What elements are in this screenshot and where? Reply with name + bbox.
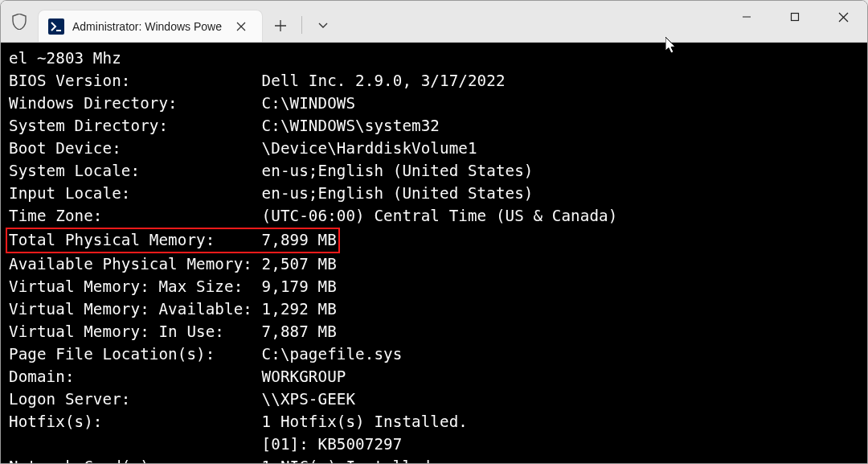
highlighted-row: Total Physical Memory: 7,899 MB <box>6 228 340 253</box>
terminal-line: Time Zone: (UTC-06:00) Central Time (US … <box>9 205 859 228</box>
tab-powershell[interactable]: Administrator: Windows Powe <box>38 10 263 42</box>
terminal-line: System Directory: C:\WINDOWS\system32 <box>9 115 859 138</box>
terminal-line: Virtual Memory: Available: 1,292 MB <box>9 298 859 321</box>
shield-icon <box>1 1 38 42</box>
terminal-line: Domain: WORKGROUP <box>9 366 859 388</box>
terminal-line: Virtual Memory: In Use: 7,887 MB <box>9 321 859 343</box>
terminal-line: Windows Directory: C:\WINDOWS <box>9 92 859 115</box>
maximize-button[interactable] <box>771 1 819 33</box>
minimize-button[interactable] <box>723 1 771 33</box>
tab-close-button[interactable] <box>230 15 252 38</box>
terminal-line: Logon Server: \\XPS-GEEK <box>9 388 859 411</box>
tab-title: Administrator: Windows Powe <box>72 20 222 33</box>
terminal-line: Virtual Memory: Max Size: 9,179 MB <box>9 276 859 298</box>
tab-divider <box>301 16 302 34</box>
terminal-line: el ~2803 Mhz <box>9 47 859 70</box>
close-button[interactable] <box>819 1 867 33</box>
terminal-line: Page File Location(s): C:\pagefile.sys <box>9 343 859 366</box>
terminal-line: Available Physical Memory: 2,507 MB <box>9 253 859 276</box>
terminal-line: Total Physical Memory: 7,899 MB <box>9 228 859 253</box>
terminal-line: Network Card(s): 1 NIC(s) Installed. <box>9 456 859 463</box>
terminal-line: [01]: KB5007297 <box>9 433 859 456</box>
app-window: Administrator: Windows Powe el ~2803 Mhz… <box>0 0 868 464</box>
titlebar: Administrator: Windows Powe <box>1 1 867 43</box>
terminal-line: System Locale: en-us;English (United Sta… <box>9 160 859 183</box>
terminal-line: Hotfix(s): 1 Hotfix(s) Installed. <box>9 411 859 433</box>
terminal-line: BIOS Version: Dell Inc. 2.9.0, 3/17/2022 <box>9 70 859 92</box>
tab-dropdown-button[interactable] <box>305 10 341 42</box>
window-controls <box>723 1 867 33</box>
terminal-output[interactable]: el ~2803 MhzBIOS Version: Dell Inc. 2.9.… <box>1 43 867 463</box>
terminal-line: Boot Device: \Device\HarddiskVolume1 <box>9 138 859 160</box>
powershell-icon <box>48 18 64 35</box>
svg-rect-6 <box>792 14 799 21</box>
new-tab-button[interactable] <box>263 10 298 42</box>
terminal-line: Input Locale: en-us;English (United Stat… <box>9 183 859 205</box>
